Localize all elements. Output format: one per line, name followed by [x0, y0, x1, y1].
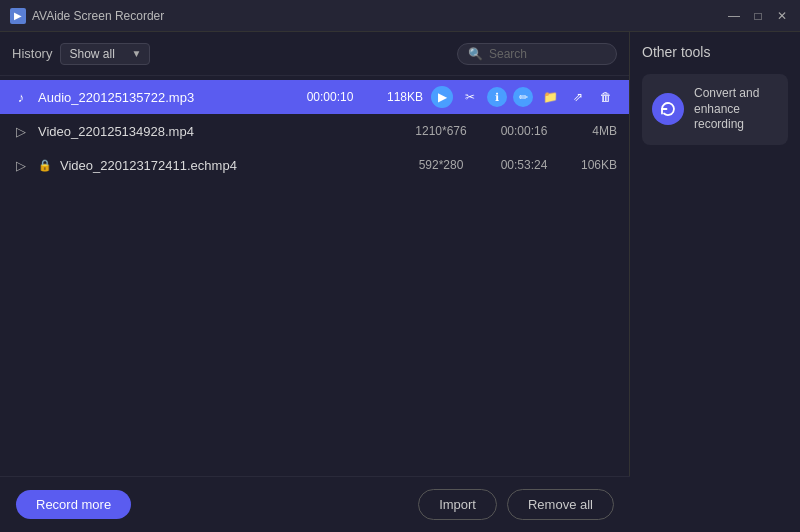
play-button[interactable]: ▶	[431, 86, 453, 108]
file-size: 118KB	[373, 90, 423, 104]
show-all-text: Show all	[69, 47, 127, 61]
file-resolution: 1210*676	[401, 124, 481, 138]
file-size: 4MB	[567, 124, 617, 138]
title-bar: ▶ AVAide Screen Recorder — □ ✕	[0, 0, 800, 32]
row-actions: ▶ ✂ ℹ ✏ 📁 ⇗ 🗑	[431, 86, 617, 108]
scissors-icon[interactable]: ✂	[459, 86, 481, 108]
other-tools-title: Other tools	[642, 44, 788, 60]
search-icon: 🔍	[468, 47, 483, 61]
table-row[interactable]: ▷ Video_220125134928.mp4 1210*676 00:00:…	[0, 114, 629, 148]
search-input[interactable]	[489, 47, 606, 61]
file-size: 106KB	[567, 158, 617, 172]
title-bar-left: ▶ AVAide Screen Recorder	[10, 8, 164, 24]
audio-icon: ♪	[12, 88, 30, 106]
edit-button[interactable]: ✏	[513, 87, 533, 107]
delete-button[interactable]: 🗑	[595, 86, 617, 108]
maximize-button[interactable]: □	[750, 8, 766, 24]
file-name: Video_220125134928.mp4	[38, 124, 393, 139]
file-duration: 00:53:24	[489, 158, 559, 172]
info-button[interactable]: ℹ	[487, 87, 507, 107]
file-name: Audio_220125135722.mp3	[38, 90, 199, 105]
history-dropdown[interactable]: Show all ▼	[60, 43, 150, 65]
table-row[interactable]: ♪ Audio_220125135722.mp3 00:00:10 118KB …	[0, 80, 629, 114]
import-button[interactable]: Import	[418, 489, 497, 520]
chevron-down-icon: ▼	[132, 48, 142, 59]
video-icon: ▷	[12, 156, 30, 174]
right-panel: Other tools Convert and enhance recordin…	[630, 32, 800, 532]
close-button[interactable]: ✕	[774, 8, 790, 24]
convert-tool-card[interactable]: Convert and enhance recording	[642, 74, 788, 145]
bottom-right-buttons: Import Remove all	[418, 489, 614, 520]
lock-icon: 🔒	[38, 159, 52, 172]
toolbar: History Show all ▼ 🔍	[0, 32, 629, 76]
convert-tool-label: Convert and enhance recording	[694, 86, 778, 133]
bottom-bar: Record more Import Remove all	[0, 476, 630, 532]
table-row[interactable]: ▷ 🔒 Video_220123172411.echmp4 592*280 00…	[0, 148, 629, 182]
file-duration: 00:00:16	[489, 124, 559, 138]
left-panel: History Show all ▼ 🔍 ♪ Audio_22012513572…	[0, 32, 629, 532]
search-box: 🔍	[457, 43, 617, 65]
app-title: AVAide Screen Recorder	[32, 9, 164, 23]
file-name: Video_220123172411.echmp4	[60, 158, 393, 173]
share-icon[interactable]: ⇗	[567, 86, 589, 108]
file-duration: 00:00:10	[295, 90, 365, 104]
video-icon: ▷	[12, 122, 30, 140]
convert-icon	[652, 93, 684, 125]
main-layout: History Show all ▼ 🔍 ♪ Audio_22012513572…	[0, 32, 800, 532]
minimize-button[interactable]: —	[726, 8, 742, 24]
record-more-button[interactable]: Record more	[16, 490, 131, 519]
app-icon: ▶	[10, 8, 26, 24]
file-list: ♪ Audio_220125135722.mp3 00:00:10 118KB …	[0, 76, 629, 532]
file-resolution: 592*280	[401, 158, 481, 172]
history-label: History	[12, 46, 52, 61]
remove-all-button[interactable]: Remove all	[507, 489, 614, 520]
folder-icon[interactable]: 📁	[539, 86, 561, 108]
window-controls: — □ ✕	[726, 8, 790, 24]
